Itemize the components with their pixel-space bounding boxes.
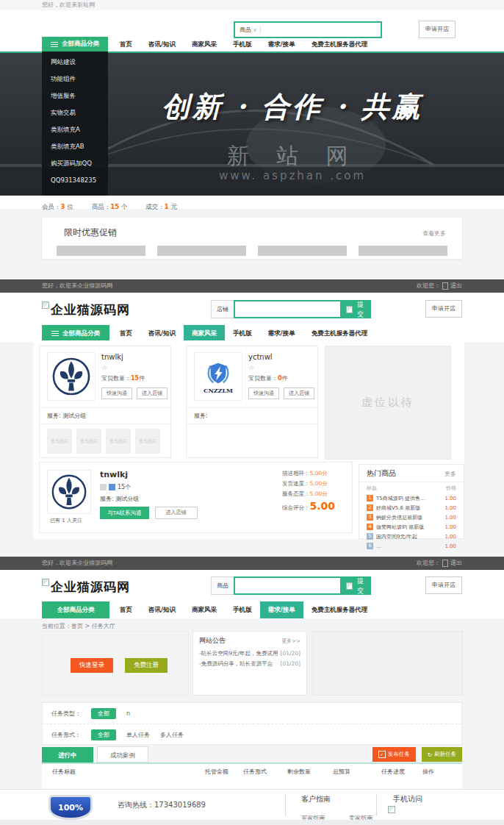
nav-tab-mobile[interactable]: 手机版 — [225, 601, 260, 618]
thumbnail-placeholder[interactable]: 暂无图片 — [76, 429, 101, 454]
enter-shop-button[interactable]: 进入店铺 — [155, 507, 198, 519]
search-category-select[interactable]: 店铺 — [211, 300, 234, 318]
category-item[interactable]: 购买源码加QQ — [42, 155, 108, 172]
all-categories-button[interactable]: 全部商品分类 — [42, 37, 108, 51]
thumbnail-placeholder[interactable]: 暂无图片 — [47, 429, 72, 454]
nav-tab-news[interactable]: 咨讯/知识 — [140, 601, 184, 618]
search-category-select[interactable]: 商品 — [211, 576, 234, 595]
nav-tab-shops[interactable]: 商家风采 — [184, 601, 225, 618]
promo-item-placeholder[interactable] — [57, 246, 145, 256]
refresh-task-button[interactable]: ↻刷新任务 — [422, 747, 462, 762]
stat-label: 商品： — [92, 203, 111, 210]
im-icon-blue[interactable] — [109, 484, 115, 490]
nav-tab-mobile[interactable]: 手机版 — [225, 325, 260, 342]
promo-more-link[interactable]: 查看更多 — [422, 229, 446, 238]
shop-avatar[interactable] — [47, 352, 96, 401]
search-input[interactable] — [234, 300, 342, 318]
shop-avatar[interactable]: CNZZLM — [194, 352, 242, 401]
quick-login-button[interactable]: 快速登录 — [71, 658, 113, 673]
nav-tab-agent[interactable]: 免费主机服务器代理 — [303, 601, 376, 618]
hot-product-row[interactable]: 2好商城V5.6 最新版1.00 — [359, 503, 464, 512]
category-item[interactable]: 功能组件 — [42, 71, 108, 88]
seller-avatar[interactable] — [47, 470, 91, 514]
tab-in-progress[interactable]: 进行中 — [42, 747, 93, 763]
tab-success-cases[interactable]: 成功案例 — [97, 746, 148, 762]
publish-task-button[interactable]: ✓发布任务 — [372, 747, 416, 762]
apply-shop-button[interactable]: 申请开店 — [425, 576, 462, 594]
nav-tab-home[interactable]: 首页 — [112, 37, 140, 51]
nav-tab-home[interactable]: 首页 — [112, 601, 140, 618]
promo-item-placeholder[interactable] — [157, 246, 246, 256]
nav-tab-demand[interactable]: 需求/接单 — [260, 601, 303, 618]
hot-product-row[interactable]: 3蚂蚁分类信息最新版1.00 — [359, 512, 464, 522]
followers-text: 已有 1 人关注 — [50, 517, 82, 524]
site-logo[interactable]: 企业猫源码网 — [42, 301, 130, 318]
hot-product-row[interactable]: 1T5商城源码 提供售…1.00 — [359, 493, 464, 503]
free-register-button[interactable]: 免费注册 — [125, 658, 168, 673]
hamburger-icon — [51, 42, 58, 47]
nav-tab-shops[interactable]: 商家风采 — [184, 37, 225, 51]
shop-name[interactable]: yctnwl — [248, 353, 273, 361]
promo-item-placeholder[interactable] — [258, 246, 347, 256]
nav-tab-mobile[interactable]: 手机版 — [225, 37, 260, 51]
shop-thumbnails: 暂无图片 暂无图片 暂无图片 暂无图片 — [47, 429, 160, 454]
logo-image-icon — [42, 301, 49, 309]
checklist-icon: ✓ — [378, 751, 386, 758]
search-input[interactable] — [261, 24, 381, 36]
all-categories-button[interactable]: 全部商品分类 — [42, 325, 109, 342]
category-item[interactable]: 增值服务 — [42, 88, 108, 104]
all-categories-button[interactable]: 全部商品分类 — [42, 601, 109, 618]
notice-item[interactable]: -免费源码分享，站长资源平台[01/20] — [193, 659, 306, 669]
filter-all-pill[interactable]: 全部 — [91, 729, 116, 740]
shop-name[interactable]: tnwlkj — [101, 353, 123, 361]
category-item[interactable]: QQ931348235 — [42, 172, 108, 189]
search-submit-button[interactable]: 提交 — [342, 576, 371, 595]
apply-shop-button[interactable]: 申请开店 — [425, 300, 462, 318]
service-group[interactable]: 测试分组 — [115, 496, 139, 502]
nav-tab-demand[interactable]: 需求/接单 — [260, 37, 303, 51]
quick-chat-button[interactable]: 快速沟通 — [248, 388, 279, 399]
filter-option[interactable]: 单人任务 — [126, 731, 150, 739]
service-group[interactable]: 测试分组 — [62, 413, 86, 419]
hot-product-row[interactable]: 4微赞网站源码 最新版1.00 — [359, 522, 464, 532]
nav-tab-agent[interactable]: 免费主机服务器代理 — [303, 37, 376, 51]
filter-option[interactable]: 多人任务 — [160, 731, 184, 739]
thumbnail-placeholder[interactable]: 暂无图片 — [106, 429, 131, 454]
nav-tab-news[interactable]: 咨讯/知识 — [140, 37, 184, 51]
hot-product-row[interactable]: 6…1.00 — [359, 541, 464, 551]
promo-item-placeholder[interactable] — [359, 246, 447, 256]
site-logo[interactable]: 企业猫源码网 — [42, 579, 130, 596]
nav-tab-demand[interactable]: 需求/接单 — [260, 325, 303, 342]
notice-more-link[interactable]: 更多>> — [281, 638, 300, 645]
contact-seller-button[interactable]: 与TA联系沟通 — [100, 507, 149, 519]
category-item[interactable]: 网站建设 — [42, 54, 108, 71]
logout-link[interactable]: 退出 — [450, 282, 462, 289]
quick-chat-button[interactable]: 快速沟通 — [101, 388, 132, 399]
im-icon-gray[interactable] — [100, 484, 107, 490]
category-item[interactable]: 实物交易 — [42, 104, 108, 121]
notice-item[interactable]: -站长云空间9元/年起，免费试用[01/20] — [193, 649, 306, 659]
search-input[interactable] — [234, 576, 342, 595]
category-item[interactable]: 类别填充A — [42, 121, 108, 138]
search-category-select[interactable]: 商品 ∨ — [235, 26, 261, 34]
enter-shop-button[interactable]: 进入店铺 — [137, 388, 168, 399]
apply-shop-button[interactable]: 申请开店 — [419, 21, 456, 38]
nav-tab-shops[interactable]: 商家风采 — [184, 325, 225, 342]
filter-all-pill[interactable]: 全部 — [91, 708, 116, 719]
breadcrumb-home-link[interactable]: 首页 — [71, 623, 83, 629]
mobile-qr-image-icon — [388, 806, 395, 813]
logout-icon — [442, 282, 448, 290]
nav-tab-home[interactable]: 首页 — [112, 325, 140, 342]
task-actions: ✓发布任务 ↻刷新任务 — [372, 747, 462, 762]
nav-tab-news[interactable]: 咨讯/知识 — [140, 325, 184, 342]
category-item[interactable]: 类别填充AB — [42, 138, 108, 155]
filter-option[interactable]: n — [126, 710, 130, 717]
search-submit-button[interactable]: 提交 — [342, 300, 371, 318]
nav-tab-agent[interactable]: 免费主机服务器代理 — [303, 325, 376, 342]
thumbnail-placeholder[interactable]: 暂无图片 — [135, 429, 160, 454]
logout-link[interactable]: 退出 — [450, 560, 462, 566]
enter-shop-button[interactable]: 进入店铺 — [284, 388, 314, 399]
hot-products-more-link[interactable]: 更多 — [444, 470, 456, 478]
hot-products-columns: 标题价格 — [359, 482, 464, 493]
hot-product-row[interactable]: 5国内空间9元/年起1.00 — [359, 532, 464, 541]
